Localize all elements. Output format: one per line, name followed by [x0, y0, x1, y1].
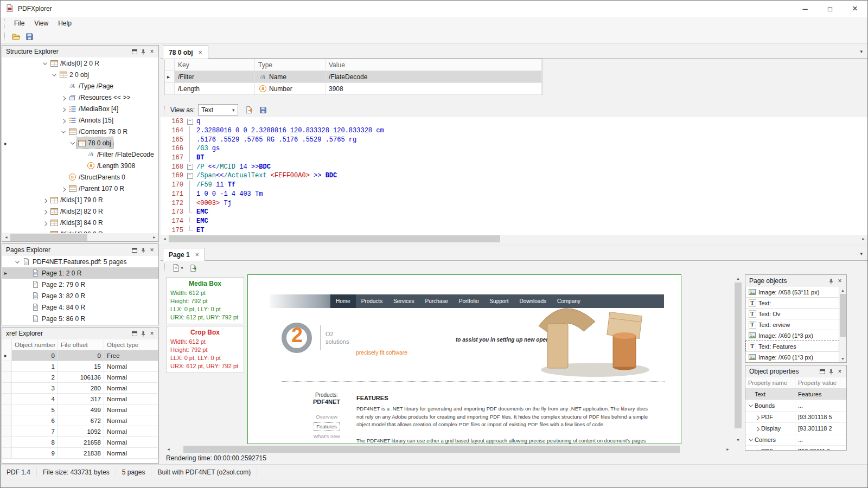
fold-collapse-icon[interactable]: −	[186, 162, 194, 171]
column-header[interactable]: Object number	[12, 339, 58, 350]
window-position-icon[interactable]	[130, 246, 139, 254]
column-header[interactable]: Key	[175, 59, 255, 71]
tree-item[interactable]: 2 0 obj	[2, 69, 158, 80]
xref-row[interactable]: 5499Normal	[2, 404, 158, 415]
tab-close-icon[interactable]: ×	[195, 251, 199, 259]
close-icon[interactable]: ×	[835, 367, 844, 376]
tree-item[interactable]: 8/Length 3908	[2, 160, 158, 171]
tab-page-1[interactable]: Page 1 ×	[163, 248, 205, 261]
collapse-icon[interactable]	[13, 258, 21, 266]
menu-item-file[interactable]: File	[9, 17, 29, 29]
collapse-icon[interactable]	[747, 404, 755, 407]
pin-icon[interactable]	[139, 329, 148, 338]
close-icon[interactable]: ×	[835, 277, 844, 285]
scrollbar-thumb[interactable]	[735, 282, 742, 428]
tree-item[interactable]: /Kids[2] 82 0 R	[2, 206, 158, 217]
column-header[interactable]: File offset	[58, 339, 104, 350]
chevron-down-icon[interactable]: ▾	[181, 266, 183, 271]
scrollbar-track[interactable]	[173, 445, 724, 453]
scroll-right-icon[interactable]: ►	[724, 445, 732, 453]
collapse-icon[interactable]	[747, 438, 755, 441]
page-object-item[interactable]: TText:	[745, 297, 839, 309]
page-object-item[interactable]: Image: /X58 (53*11 px)	[745, 287, 839, 298]
xref-row[interactable]: 3280Normal	[2, 383, 158, 394]
tab-78-0-obj[interactable]: 78 0 obj ×	[163, 46, 208, 59]
xref-row[interactable]: 4317Normal	[2, 394, 158, 404]
tree-item[interactable]: /A/Type /Page	[2, 80, 158, 92]
expand-icon[interactable]	[41, 207, 49, 215]
expand-icon[interactable]	[754, 415, 761, 419]
expand-icon[interactable]	[59, 184, 67, 192]
page-object-item[interactable]: Image: /X60 (1*3 px)	[745, 351, 839, 362]
tab-list-dropdown-icon[interactable]: ▾	[860, 49, 863, 54]
pin-icon[interactable]	[827, 367, 835, 376]
chevron-down-icon[interactable]: ▾	[229, 107, 238, 113]
expand-icon[interactable]	[59, 116, 67, 124]
column-header[interactable]: Type	[255, 59, 326, 71]
window-position-icon[interactable]	[818, 367, 827, 376]
scrollbar-thumb[interactable]	[169, 235, 500, 242]
tree-item[interactable]: PDF4NET.Features.pdf: 5 pages	[2, 256, 158, 267]
render-options-button[interactable]: ▾	[169, 262, 187, 274]
property-row[interactable]: PDF[[93.30111 5	[745, 446, 846, 450]
tree-item[interactable]: /Contents 78 0 R	[2, 126, 158, 137]
scroll-left-icon[interactable]: ◄	[164, 445, 173, 453]
tree-item[interactable]: /A/Filter /FlateDecode	[2, 149, 158, 160]
scroll-right-icon[interactable]: ►	[150, 233, 158, 241]
tree-item[interactable]: Page 1: 2 0 R	[2, 267, 158, 279]
window-position-icon[interactable]	[130, 47, 139, 56]
export-content-button[interactable]	[242, 104, 256, 116]
tree-item[interactable]: 8/StructParents 0	[2, 171, 158, 183]
open-file-button[interactable]	[9, 31, 23, 43]
expand-icon[interactable]	[41, 196, 49, 204]
scroll-up-icon[interactable]: ▲	[839, 287, 846, 294]
scroll-down-icon[interactable]: ▼	[839, 355, 846, 362]
xref-row[interactable]: 00Free	[2, 350, 158, 361]
collapse-icon[interactable]	[59, 127, 67, 136]
close-icon[interactable]: ×	[148, 246, 156, 254]
property-row[interactable]: TextFeatures	[745, 389, 846, 400]
property-row[interactable]: Display[93.301118 2	[745, 423, 846, 434]
page-object-item[interactable]: TText: erview	[745, 319, 839, 330]
fold-collapse-icon[interactable]: −	[186, 171, 194, 181]
scrollbar-track[interactable]	[839, 294, 846, 355]
scroll-down-icon[interactable]: ▼	[734, 436, 742, 444]
scrollbar-track[interactable]	[169, 235, 859, 243]
code-editor[interactable]: 163−q1642.3288016 0 0 2.3288016 120.8333…	[161, 117, 867, 235]
close-icon[interactable]: ×	[843, 1, 867, 17]
expand-icon[interactable]	[59, 105, 67, 113]
key-value-row[interactable]: /Length8Number3908	[165, 83, 542, 95]
export-page-button[interactable]	[187, 262, 200, 274]
xref-row[interactable]: 115Normal	[2, 361, 158, 372]
tree-item[interactable]: /Parent 107 0 R	[2, 183, 158, 194]
page-object-item[interactable]: TText: Features	[745, 341, 839, 352]
view-as-select[interactable]: Text ▾	[198, 104, 238, 115]
column-header[interactable]: Object type	[104, 339, 158, 350]
column-header[interactable]: Property value	[795, 377, 846, 388]
close-icon[interactable]: ×	[148, 47, 156, 56]
property-row[interactable]: PDF[93.301118 5	[745, 412, 846, 423]
tree-item[interactable]: Page 5: 86 0 R	[2, 313, 158, 324]
tree-item[interactable]: /Kids[4] 86 0 R	[2, 228, 158, 233]
page-object-item[interactable]: TText: Ov	[745, 308, 839, 319]
scrollbar-thumb[interactable]	[10, 234, 87, 241]
xref-row[interactable]: 71092Normal	[2, 426, 158, 437]
page-object-item[interactable]: Image: /X60 (1*3 px)	[745, 330, 839, 341]
menu-item-help[interactable]: Help	[53, 17, 76, 29]
column-header[interactable]: Property name	[745, 377, 795, 388]
scroll-left-icon[interactable]: ◄	[2, 233, 10, 241]
tree-item[interactable]: 78 0 obj	[2, 137, 158, 149]
expand-icon[interactable]	[754, 450, 761, 450]
xref-row[interactable]: 821658Normal	[2, 437, 158, 448]
scrollbar-track[interactable]	[734, 282, 742, 436]
scrollbar-thumb[interactable]	[183, 446, 679, 453]
pdf-page-preview[interactable]: HomeProductsServicesPurchasePortfolioSup…	[247, 274, 681, 444]
scroll-right-icon[interactable]: ►	[859, 235, 867, 243]
tree-item[interactable]: Page 3: 82 0 R	[2, 290, 158, 301]
tree-item[interactable]: /MediaBox [4]	[2, 103, 158, 114]
tab-close-icon[interactable]: ×	[199, 49, 202, 56]
close-icon[interactable]: ×	[148, 329, 156, 338]
tree-item[interactable]: Page 2: 79 0 R	[2, 279, 158, 290]
expand-icon[interactable]	[754, 427, 761, 430]
collapse-icon[interactable]	[68, 139, 76, 147]
